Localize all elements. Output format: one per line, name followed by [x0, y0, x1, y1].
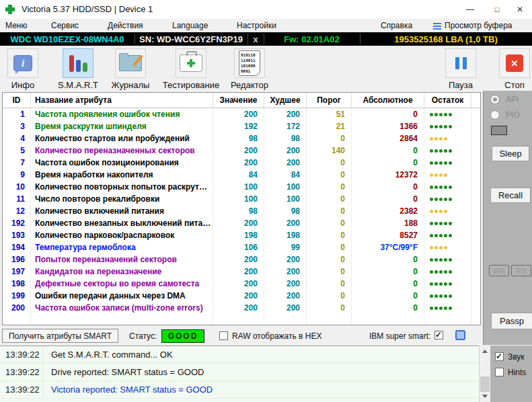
sound-label: Звук — [508, 352, 525, 362]
table-row[interactable]: 196 Попыток переназначений секторов 200 … — [3, 253, 480, 266]
attr-value: 106 — [213, 241, 264, 253]
table-row[interactable]: 11 Число повторов рекалибровки 100 100 0… — [3, 193, 480, 205]
stop-button[interactable]: ✕ Стоп — [498, 48, 531, 90]
table-row[interactable]: 194 Температура гермоблока 106 99 0 37°C… — [3, 241, 480, 253]
attr-absolute: 0 — [352, 278, 424, 290]
attr-health-dots — [424, 266, 471, 278]
ibm-color-swatch[interactable] — [455, 330, 465, 340]
attr-value: 200 — [213, 266, 264, 278]
menu-item[interactable]: Сервис — [51, 21, 79, 30]
col-worst[interactable]: Худшее — [264, 93, 307, 108]
attr-absolute: 8527 — [352, 229, 424, 241]
passport-button[interactable]: Passp — [491, 313, 532, 329]
attr-worst: 98 — [264, 205, 307, 217]
attr-threshold: 0 — [307, 253, 352, 266]
col-threshold[interactable]: Порог — [307, 93, 352, 108]
pause-button[interactable]: Пауза — [444, 48, 478, 90]
table-row[interactable]: 5 Количество переназначенных секторов 20… — [3, 145, 480, 157]
get-smart-attributes-button[interactable]: Получить атрибуты SMART — [2, 329, 118, 343]
device-model[interactable]: WDC WD10EZEX-08WN4A0 — [0, 32, 135, 46]
menu-item[interactable]: Справка — [381, 21, 412, 30]
menu-item[interactable]: Меню — [5, 21, 27, 30]
raw-hex-checkbox[interactable] — [219, 331, 228, 340]
scroll-down-icon[interactable] — [482, 395, 488, 398]
menu-item[interactable]: Language — [172, 21, 208, 30]
attr-threshold: 0 — [307, 266, 352, 278]
smart-button[interactable]: S.M.A.R.T — [52, 48, 104, 90]
serial-close-icon[interactable]: x — [248, 32, 264, 46]
attr-rest — [471, 302, 480, 314]
log-message: Drive reported: SMART status = GOOD — [43, 364, 204, 380]
attr-id: 12 — [3, 205, 31, 217]
attr-name: Частота ошибок позиционирования — [31, 157, 213, 169]
attr-health-dots — [424, 302, 471, 314]
testing-button[interactable]: Тестирование — [160, 48, 222, 90]
attr-id: 194 — [3, 241, 31, 253]
table-row[interactable]: 200 Частота ошибок записи (multi-zone er… — [3, 302, 480, 314]
menu-item[interactable]: Действия — [108, 21, 143, 30]
binary-line: 110011 — [241, 58, 260, 63]
right-sidebar: API PIO Sleep Recall WR RD Passp — [483, 91, 532, 345]
attr-absolute: 0 — [352, 145, 424, 157]
maximize-button[interactable]: □ — [486, 0, 508, 19]
log-entry: 13:39:22 Get S.M.A.R.T. command... OK — [0, 346, 479, 364]
window-title: Victoria 5.37 HDD/SSD | Device 1 — [22, 4, 153, 14]
device-capacity: 1953525168 LBA (1,0 TB) — [360, 32, 532, 46]
attr-threshold: 0 — [307, 132, 352, 145]
minimize-button[interactable]: — — [459, 0, 482, 19]
attr-worst: 172 — [264, 120, 307, 132]
attr-absolute: 188 — [352, 217, 424, 229]
sound-checkbox[interactable] — [495, 352, 504, 361]
table-row[interactable]: 7 Частота ошибок позиционирования 200 20… — [3, 157, 480, 169]
info-button[interactable]: i Инфо — [4, 48, 42, 90]
attr-threshold: 51 — [307, 108, 352, 120]
attr-rest — [471, 266, 480, 278]
log-entry: 13:39:22 Drive reported: SMART status = … — [0, 364, 479, 381]
col-name[interactable]: Название атрибута — [31, 93, 213, 108]
attr-threshold: 0 — [307, 278, 352, 290]
table-row[interactable]: 192 Количество внезапных выключений пита… — [3, 217, 480, 229]
scroll-thumb[interactable] — [480, 376, 490, 392]
menu-item[interactable]: Настройки — [237, 21, 276, 30]
attr-id: 196 — [3, 253, 31, 266]
table-row[interactable]: 12 Количество включений питания 98 98 0 … — [3, 205, 480, 217]
hints-checkbox[interactable] — [495, 368, 504, 376]
attr-threshold: 0 — [307, 302, 352, 314]
table-row[interactable]: 199 Ошибки передачи данных через DMA 200… — [3, 290, 480, 302]
attr-health-dots — [424, 108, 471, 120]
hints-label: Hints — [508, 368, 526, 377]
folder-pencil-icon — [119, 55, 142, 71]
col-value[interactable]: Значение — [213, 93, 264, 108]
attr-absolute: 1366 — [352, 120, 424, 132]
log-scrollbar[interactable] — [479, 346, 490, 402]
table-row[interactable]: 9 Время наработки накопителя 84 84 0 123… — [3, 169, 480, 181]
table-row[interactable]: 4 Количество стартов или пробуждений 98 … — [3, 132, 480, 145]
col-id[interactable]: ID — [3, 93, 31, 108]
attr-name: Количество повторных попыток раскрут… — [31, 181, 213, 193]
attr-id: 199 — [3, 290, 31, 302]
ibm-super-smart-checkbox[interactable] — [434, 331, 443, 339]
scroll-up-icon[interactable] — [482, 350, 488, 353]
attr-absolute: 12372 — [352, 169, 424, 181]
journals-button[interactable]: Журналы — [108, 48, 153, 90]
pause-icon — [455, 57, 467, 69]
stop-label: Стоп — [498, 80, 531, 90]
editor-button[interactable]: 010110 110011 101000 0001 Редактор — [226, 48, 273, 90]
title-bar: Victoria 5.37 HDD/SSD | Device 1 — □ ✕ — [0, 0, 532, 19]
table-row[interactable]: 197 Кандидатов на переназначение 200 200… — [3, 266, 480, 278]
recall-button[interactable]: Recall — [490, 188, 531, 203]
close-button[interactable]: ✕ — [508, 0, 531, 19]
attr-threshold: 0 — [307, 205, 352, 217]
table-row[interactable]: 1 Частота проявления ошибок чтения 200 2… — [3, 108, 480, 120]
table-row[interactable]: 193 Количество парковок/распарковок 198 … — [3, 229, 480, 241]
col-absolute[interactable]: Абсолютное — [352, 93, 424, 108]
attr-rest — [471, 169, 480, 181]
attr-threshold: 0 — [307, 157, 352, 169]
sleep-button[interactable]: Sleep — [492, 146, 529, 161]
table-row[interactable]: 3 Время раскрутки шпинделя 192 172 21 13… — [3, 120, 480, 132]
table-row[interactable]: 198 Дефектные секторы во время самотеста… — [3, 278, 480, 290]
info-label: Инфо — [4, 80, 42, 90]
buffer-view-button[interactable]: Просмотр буфера — [433, 21, 512, 30]
table-row[interactable]: 10 Количество повторных попыток раскрут…… — [3, 181, 480, 193]
col-health[interactable]: Остаток — [424, 93, 471, 108]
